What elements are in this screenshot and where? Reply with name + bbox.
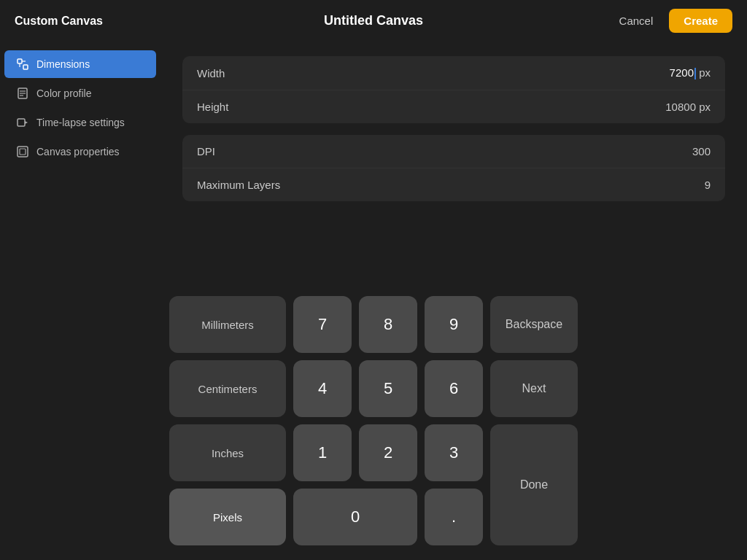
sidebar: Dimensions Color profile Time-lapse se [0, 42, 160, 558]
dpi-value: 300 [692, 145, 711, 158]
svg-rect-1 [23, 65, 28, 69]
sidebar-label-canvas-properties: Canvas properties [36, 146, 120, 158]
max-layers-field-row[interactable]: Maximum Layers 9 [182, 168, 725, 201]
key-9-button[interactable]: 9 [425, 296, 483, 353]
svg-rect-11 [20, 149, 26, 155]
unit-pixels-button[interactable]: Pixels [169, 489, 286, 545]
dpi-label: DPI [197, 145, 215, 158]
app-title: Custom Canvas [15, 15, 103, 28]
unit-centimeters-button[interactable]: Centimeters [169, 360, 286, 417]
sidebar-item-canvas-properties[interactable]: Canvas properties [4, 138, 156, 166]
height-value: 10800 px [665, 101, 711, 113]
key-3-button[interactable]: 3 [425, 424, 483, 481]
sidebar-label-color-profile: Color profile [36, 88, 91, 99]
video-icon [16, 116, 29, 129]
header-actions: Cancel Create [611, 9, 732, 33]
width-value: 7200 px [670, 66, 711, 79]
key-0-button[interactable]: 0 [293, 489, 417, 545]
key-1-button[interactable]: 1 [293, 424, 352, 481]
backspace-button[interactable]: Backspace [490, 296, 578, 353]
svg-marker-9 [25, 121, 28, 124]
key-dot-button[interactable]: . [425, 489, 483, 545]
svg-rect-10 [18, 147, 28, 157]
create-button[interactable]: Create [669, 9, 732, 33]
sidebar-item-dimensions[interactable]: Dimensions [4, 50, 156, 78]
svg-rect-0 [18, 59, 22, 63]
file-icon [16, 87, 29, 100]
resize-icon [16, 58, 29, 71]
key-7-button[interactable]: 7 [293, 296, 352, 353]
height-label: Height [197, 101, 228, 113]
keypad: Millimeters Centimeters Inches Pixels 7 … [169, 296, 578, 545]
unit-inches-button[interactable]: Inches [169, 424, 286, 481]
sidebar-label-dimensions: Dimensions [36, 58, 90, 70]
settings-fields: DPI 300 Maximum Layers 9 [182, 135, 725, 201]
key-5-button[interactable]: 5 [359, 360, 417, 417]
canvas-icon [16, 145, 29, 158]
cancel-button[interactable]: Cancel [611, 10, 662, 31]
canvas-name: Untitled Canvas [324, 13, 423, 28]
unit-millimeters-button[interactable]: Millimeters [169, 296, 286, 353]
sidebar-label-timelapse: Time-lapse settings [36, 117, 125, 128]
svg-rect-8 [18, 119, 25, 126]
width-label: Width [197, 67, 225, 79]
dimension-fields: Width 7200 px Height 10800 px [182, 56, 725, 123]
key-6-button[interactable]: 6 [425, 360, 483, 417]
max-layers-value: 9 [705, 179, 711, 191]
sidebar-item-timelapse[interactable]: Time-lapse settings [4, 109, 156, 136]
key-2-button[interactable]: 2 [359, 424, 417, 481]
done-button[interactable]: Done [490, 424, 578, 545]
width-field-row[interactable]: Width 7200 px [182, 56, 725, 90]
key-8-button[interactable]: 8 [359, 296, 417, 353]
sidebar-item-color-profile[interactable]: Color profile [4, 79, 156, 107]
height-field-row[interactable]: Height 10800 px [182, 90, 725, 123]
header: Custom Canvas Untitled Canvas Cancel Cre… [0, 0, 747, 42]
key-4-button[interactable]: 4 [293, 360, 352, 417]
dpi-field-row[interactable]: DPI 300 [182, 135, 725, 168]
next-button[interactable]: Next [490, 360, 578, 417]
cursor [694, 68, 696, 79]
max-layers-label: Maximum Layers [197, 179, 280, 191]
